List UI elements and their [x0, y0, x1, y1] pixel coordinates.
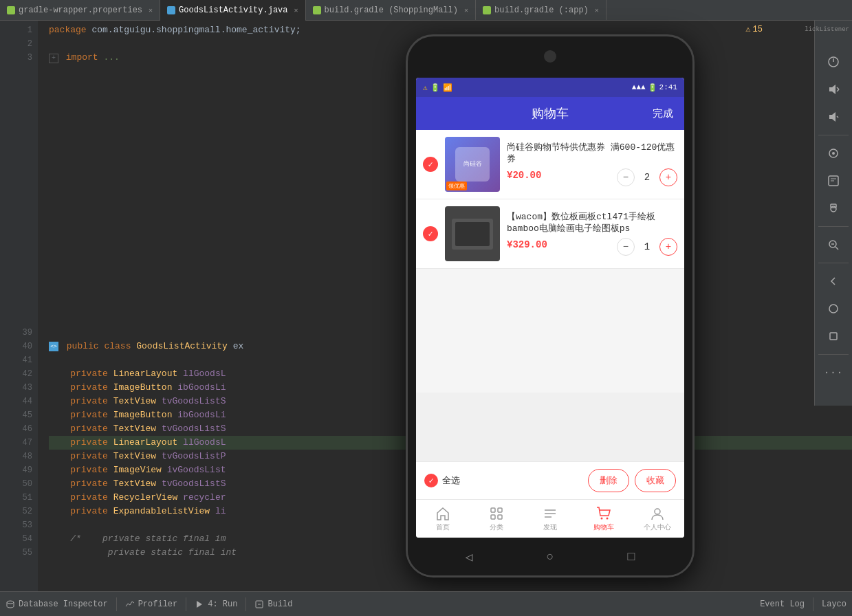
warning-icon: ⚠ — [745, 24, 750, 34]
toolbar-label: lickListener — [805, 26, 849, 33]
qty-increase-1[interactable]: + — [659, 168, 677, 186]
tab-close-icon[interactable]: ✕ — [149, 6, 153, 14]
svg-line-6 — [837, 116, 838, 118]
back-nav-button[interactable] — [821, 269, 846, 294]
cart-item-details-1: 尚硅谷购物节特供优惠券 满600-120优惠券 ¥20.00 − 2 + — [507, 142, 677, 186]
build-icon — [254, 600, 264, 609]
cart-item-qty-2: − 1 + — [617, 238, 677, 256]
bottom-actions: 删除 收藏 — [588, 469, 676, 492]
db-inspector-item[interactable]: Database Inspector — [6, 600, 108, 609]
nav-home[interactable]: 首页 — [416, 500, 470, 538]
right-toolbar: lickListener — [814, 21, 852, 406]
status-left: ⚠ 🔋 📶 — [423, 83, 452, 92]
power-button[interactable] — [821, 50, 846, 74]
layout-item[interactable]: Layco — [822, 600, 846, 609]
android-status-bar: ⚠ 🔋 📶 ▲▲▲ 🔋 2:41 — [416, 78, 684, 97]
tab-bar: gradle-wrapper.properties ✕ GoodsListAct… — [0, 0, 852, 21]
phone-mockup: ⚠ 🔋 📶 ▲▲▲ 🔋 2:41 购物车 完成 ✓ 尚硅谷 — [406, 34, 695, 578]
nav-discover-label: 发现 — [543, 522, 557, 532]
voucher-badge: 领优惠 — [446, 182, 467, 190]
line-numbers: 1 2 3 39 40 41 42 43 44 45 46 47 48 49 5… — [0, 21, 38, 591]
cart-checkbox-1[interactable]: ✓ — [423, 157, 438, 172]
cart-checkbox-2[interactable]: ✓ — [423, 226, 438, 241]
tab-build-mall[interactable]: build.gradle (ShoppingMall) ✕ — [306, 0, 476, 21]
zoom-button[interactable] — [821, 232, 846, 257]
toolbar-sep-3 — [818, 263, 848, 263]
bottom-nav: 首页 分类 发现 — [416, 499, 684, 538]
select-all-section: ✓ 全选 — [424, 474, 460, 487]
status-sep-2 — [186, 597, 186, 611]
nav-cart-label: 购物车 — [593, 522, 614, 532]
recent-nav-button[interactable] — [821, 324, 846, 349]
gutter-icon: <> — [49, 342, 58, 351]
android-home-button[interactable]: ○ — [547, 550, 554, 564]
tab-close-icon[interactable]: ✕ — [595, 6, 599, 14]
favorite-button[interactable]: 收藏 — [635, 469, 676, 492]
fold-icon[interactable]: + — [49, 54, 58, 63]
svg-marker-5 — [829, 112, 835, 122]
cart-title: 购物车 — [532, 105, 569, 122]
volume-down-button[interactable] — [821, 104, 846, 129]
build-item[interactable]: Build — [254, 600, 292, 609]
svg-line-15 — [835, 247, 838, 250]
nav-category[interactable]: 分类 — [470, 500, 523, 538]
select-all-checkbox[interactable]: ✓ — [424, 474, 438, 487]
android-recent-button[interactable]: □ — [628, 550, 635, 564]
phone-notch — [544, 50, 556, 63]
run-icon — [195, 600, 204, 609]
nav-discover[interactable]: 发现 — [523, 500, 577, 538]
home-nav-button[interactable] — [821, 296, 846, 321]
tab-label: gradle-wrapper.properties — [19, 6, 142, 15]
volume-up-button[interactable] — [821, 77, 846, 102]
complete-action[interactable]: 完成 — [653, 107, 673, 120]
toolbar-sep-2 — [818, 226, 848, 227]
gradle-icon — [7, 6, 15, 14]
screenshot-button[interactable] — [821, 196, 846, 221]
build-label: Build — [267, 600, 292, 609]
tab-close-icon[interactable]: ✕ — [294, 6, 298, 14]
svg-marker-2 — [829, 85, 835, 94]
svg-point-29 — [7, 601, 14, 604]
more-button[interactable]: ··· — [821, 360, 846, 385]
select-all-label: 全选 — [442, 474, 460, 487]
toolbar-sep-4 — [818, 354, 848, 355]
gradle-icon — [483, 6, 491, 14]
profiler-label: Profiler — [138, 600, 178, 609]
qty-value-1: 2 — [640, 172, 654, 183]
delete-button[interactable]: 删除 — [588, 469, 629, 492]
event-log-item[interactable]: Event Log — [760, 600, 805, 609]
app-header: 购物车 完成 — [416, 97, 684, 130]
profiler-item[interactable]: Profiler — [125, 600, 178, 609]
svg-point-26 — [601, 517, 603, 519]
phone-screen: ⚠ 🔋 📶 ▲▲▲ 🔋 2:41 购物车 完成 ✓ 尚硅谷 — [416, 78, 684, 538]
tab-label: GoodsListActivity.java — [179, 6, 287, 15]
qty-decrease-2[interactable]: − — [617, 238, 635, 256]
run-item[interactable]: 4: Run — [195, 600, 237, 609]
toolbar-sep-1 — [818, 135, 848, 135]
tab-goods-list[interactable]: GoodsListActivity.java ✕ — [160, 0, 305, 21]
category-nav-icon — [489, 506, 504, 521]
cart-item-1: ✓ 尚硅谷 领优惠 尚硅谷购物节特供优惠券 满600-120优惠券 ¥20.00… — [416, 130, 684, 199]
android-back-button[interactable]: ◁ — [466, 549, 473, 564]
inspect-button[interactable] — [821, 168, 846, 193]
battery-icon: 🔋 — [648, 83, 657, 92]
nav-cart[interactable]: 购物车 — [577, 500, 631, 538]
cart-item-title-2: 【wacom】数位板画板ctl471手绘板bamboo电脑绘画电子绘图板ps — [507, 212, 677, 235]
home-nav-icon — [435, 506, 450, 521]
voucher-image: 尚硅谷 — [455, 147, 490, 182]
voucher-label: 尚硅谷 — [463, 161, 482, 168]
run-label: 4: Run — [208, 600, 237, 609]
qty-decrease-1[interactable]: − — [617, 168, 635, 186]
svg-rect-19 — [491, 508, 495, 512]
nav-profile[interactable]: 个人中心 — [631, 500, 684, 538]
nav-home-label: 首页 — [436, 522, 450, 532]
tab-build-app[interactable]: build.gradle (:app) ✕ — [476, 0, 607, 21]
tab-gradle-wrapper[interactable]: gradle-wrapper.properties ✕ — [0, 0, 160, 21]
db-inspector-icon — [6, 600, 15, 609]
qty-increase-2[interactable]: + — [659, 238, 677, 256]
theme-button[interactable] — [821, 141, 846, 166]
tab-close-icon[interactable]: ✕ — [464, 6, 468, 14]
svg-line-3 — [837, 87, 839, 89]
signal-icon: 📶 — [443, 83, 452, 92]
status-right: Event Log Layco — [760, 597, 846, 611]
